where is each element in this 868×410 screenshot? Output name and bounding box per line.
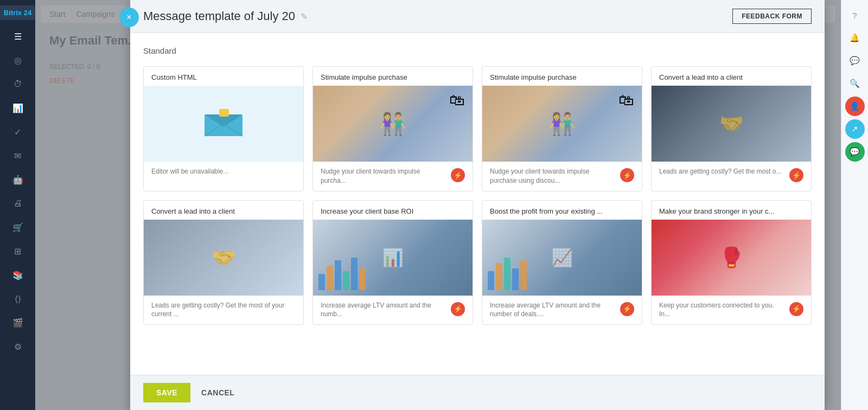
card-desc-4: Leads are getting costly? Get the most o… — [151, 301, 296, 319]
chart-bars-2 — [488, 258, 527, 290]
template-card-lead-1[interactable]: Convert a lead into a client 🤝 Leads are… — [651, 66, 812, 191]
card-footer-0: Editor will be unavailable... — [144, 162, 303, 190]
main-area: Start Campaigns My Email Tem... SELECTED… — [35, 0, 841, 410]
card-title-6: Boost the profit from your existing ... — [482, 201, 642, 220]
card-title-7: Make your brand stronger in your c... — [652, 201, 811, 220]
section-label: Standard — [143, 46, 812, 55]
card-footer-3: Leads are getting costly? Get the most o… — [652, 162, 811, 190]
bar-2 — [327, 266, 333, 290]
card-desc-2: Nudge your client towards impulse purcha… — [490, 167, 616, 185]
sidebar-icon-menu[interactable]: ☰ — [8, 27, 28, 46]
svg-rect-2 — [219, 109, 229, 117]
sidebar-icon-mail[interactable]: ✉ — [8, 146, 28, 165]
card-title-5: Increase your client base ROI — [313, 201, 473, 220]
lightning-badge-2: ⚡ — [620, 168, 634, 182]
sidebar-icon-video[interactable]: 🎬 — [8, 313, 28, 332]
save-button[interactable]: SAVE — [143, 383, 190, 402]
card-desc-1: Nudge your client towards impulse purcha… — [321, 167, 446, 185]
sidebar-icon-settings[interactable]: ⚙ — [8, 337, 28, 356]
envelope-icon — [202, 106, 245, 141]
card-image-1: 👫 🛍 — [313, 86, 473, 162]
card-footer-6: Increase average LTV amount and the numb… — [482, 296, 642, 325]
right-icon-support[interactable]: 💬 — [845, 142, 865, 162]
card-image-5: 📊 — [313, 220, 473, 296]
bar-1 — [318, 274, 325, 290]
card-image-4: 🤝 — [144, 220, 303, 296]
card-desc-6: Increase average LTV amount and the numb… — [490, 301, 616, 319]
template-card-impulse-1[interactable]: Stimulate impulse purchase 👫 🛍 Nudge you… — [312, 66, 473, 191]
right-icon-help[interactable]: ? — [845, 5, 865, 25]
modal-title-row: Message template of July 20 ✎ — [143, 9, 308, 23]
sidebar-icon-chart[interactable]: 📊 — [8, 98, 28, 118]
sidebar-icon-target[interactable]: ◎ — [8, 50, 28, 70]
bar-5 — [351, 258, 358, 290]
card-title-0: Custom HTML — [144, 67, 303, 86]
card-desc-0: Editor will be unavailable... — [151, 167, 296, 176]
template-card-impulse-2[interactable]: Stimulate impulse purchase 👫 🛍 Nudge you… — [482, 66, 642, 191]
card-image-0 — [144, 86, 303, 162]
modal-body: Standard Custom HTML — [130, 33, 825, 375]
right-icon-share[interactable]: ↗ — [845, 119, 865, 139]
handshake-image-1: 🤝 — [652, 86, 811, 162]
right-sidebar: ? 🔔 💬 🔍 👤 ↗ 💬 — [841, 0, 868, 410]
envelope-svg — [202, 106, 245, 139]
edit-title-icon[interactable]: ✎ — [301, 11, 308, 22]
modal-header: Message template of July 20 ✎ FEEDBACK F… — [130, 0, 825, 33]
lightning-badge-3: ⚡ — [789, 168, 803, 182]
card-footer-2: Nudge your client towards impulse purcha… — [482, 162, 642, 191]
card-image-7: 🥊 — [652, 220, 811, 296]
logo-text: Bitrix 24 — [4, 9, 31, 17]
sidebar-icon-grid[interactable]: ⊞ — [8, 241, 28, 261]
card-desc-7: Keep your customers connected to you. In… — [659, 301, 785, 319]
modal-close-button[interactable]: × — [119, 8, 139, 27]
card-footer-7: Keep your customers connected to you. In… — [652, 296, 811, 325]
card-image-2: 👫 🛍 — [482, 86, 642, 162]
lightning-badge-1: ⚡ — [451, 168, 465, 182]
lightning-badge-6: ⚡ — [620, 302, 634, 316]
card-title-2: Stimulate impulse purchase — [482, 67, 642, 86]
card-title-3: Convert a lead into a client — [652, 67, 811, 86]
modal-title: Message template of July 20 — [143, 9, 295, 23]
right-icon-user[interactable]: 👤 — [845, 97, 865, 116]
chart-bars-1 — [318, 258, 366, 290]
template-card-profit[interactable]: Boost the profit from your existing ... … — [482, 200, 642, 325]
bar-9 — [504, 258, 510, 290]
template-card-lead-2[interactable]: Convert a lead into a client 🤝 Leads are… — [143, 200, 304, 325]
bar-8 — [496, 263, 502, 290]
sidebar-icon-check[interactable]: ✓ — [8, 122, 28, 142]
lightning-badge-5: ⚡ — [451, 302, 465, 316]
modal-dialog: × Message template of July 20 ✎ FEEDBACK… — [130, 0, 825, 410]
feedback-form-button[interactable]: FEEDBACK FORM — [732, 9, 812, 24]
charts-image-2: 📈 — [482, 220, 642, 296]
card-image-6: 📈 — [482, 220, 642, 296]
template-card-brand[interactable]: Make your brand stronger in your c... 🥊 … — [651, 200, 812, 325]
template-card-custom-html[interactable]: Custom HTML — [143, 66, 304, 191]
shopping-image-2: 👫 🛍 — [482, 86, 642, 162]
app-logo: Bitrix 24 — [0, 5, 37, 20]
sidebar-icon-book[interactable]: 📚 — [8, 265, 28, 285]
sidebar-icon-print[interactable]: 🖨 — [8, 194, 28, 213]
bar-4 — [343, 271, 349, 290]
lightning-badge-7: ⚡ — [789, 302, 803, 316]
card-image-3: 🤝 — [652, 86, 811, 162]
card-desc-5: Increase average LTV amount and the numb… — [321, 301, 446, 319]
card-footer-5: Increase average LTV amount and the numb… — [313, 296, 473, 325]
sidebar-icon-robot[interactable]: 🤖 — [8, 170, 28, 189]
cancel-button[interactable]: CANCEL — [201, 388, 234, 397]
left-sidebar: Bitrix 24 ☰ ◎ ⏱ 📊 ✓ ✉ 🤖 🖨 🛒 ⊞ 📚 ⟨⟩ 🎬 ⚙ — [0, 0, 35, 410]
right-icon-bell[interactable]: 🔔 — [845, 28, 865, 48]
bar-11 — [520, 260, 527, 290]
charts-image-1: 📊 — [313, 220, 473, 296]
sidebar-icon-cart[interactable]: 🛒 — [8, 217, 28, 237]
right-icon-chat[interactable]: 💬 — [845, 51, 865, 71]
card-footer-4: Leads are getting costly? Get the most o… — [144, 296, 303, 325]
sidebar-icon-clock[interactable]: ⏱ — [8, 74, 28, 94]
card-footer-1: Nudge your client towards impulse purcha… — [313, 162, 473, 191]
card-desc-3: Leads are getting costly? Get the most o… — [659, 167, 785, 176]
bar-10 — [512, 268, 519, 290]
shopping-image-1: 👫 🛍 — [313, 86, 473, 162]
card-title-4: Convert a lead into a client — [144, 201, 303, 220]
sidebar-icon-code[interactable]: ⟨⟩ — [8, 289, 28, 309]
template-card-roi[interactable]: Increase your client base ROI 📊 — [312, 200, 473, 325]
right-icon-search[interactable]: 🔍 — [845, 74, 865, 93]
